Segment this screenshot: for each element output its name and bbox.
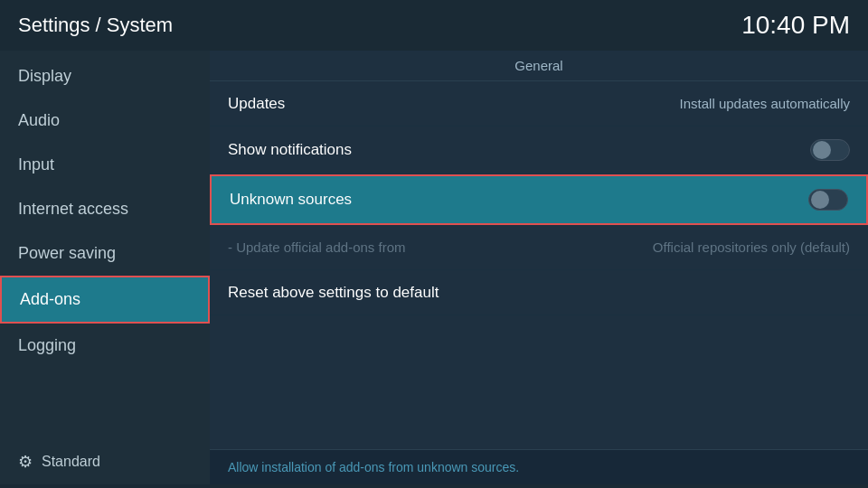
setting-value-update-addons: Official repositories only (default) (653, 239, 850, 255)
sidebar: Display Audio Input Internet access Powe… (0, 51, 210, 484)
setting-value-updates: Install updates automatically (680, 96, 850, 111)
settings-list: Updates Install updates automatically Sh… (210, 81, 868, 449)
setting-row-unknown-sources[interactable]: Unknown sources (210, 174, 868, 225)
clock: 10:40 PM (741, 11, 850, 40)
sidebar-label-internet-access: Internet access (18, 200, 128, 219)
setting-row-updates[interactable]: Updates Install updates automatically (210, 81, 868, 127)
setting-row-update-addons: - Update official add-ons from Official … (210, 225, 868, 270)
sidebar-item-internet-access[interactable]: Internet access (0, 187, 210, 231)
content-area: General Updates Install updates automati… (210, 51, 868, 484)
toggle-show-notifications[interactable] (810, 139, 850, 161)
setting-label-updates: Updates (228, 95, 285, 113)
toggle-knob-show-notifications (813, 141, 831, 159)
sidebar-bottom: ⚙ Standard (0, 439, 210, 484)
sidebar-item-display[interactable]: Display (0, 54, 210, 99)
setting-row-show-notifications[interactable]: Show notifications (210, 127, 868, 174)
section-title: General (514, 58, 562, 73)
header: Settings / System 10:40 PM (0, 0, 868, 51)
main-container: Display Audio Input Internet access Powe… (0, 51, 868, 484)
sidebar-item-power-saving[interactable]: Power saving (0, 231, 210, 276)
sidebar-label-audio: Audio (18, 111, 60, 130)
sidebar-item-add-ons[interactable]: Add-ons (0, 276, 210, 324)
profile-label: Standard (42, 454, 100, 470)
page-title: Settings / System (18, 14, 173, 37)
setting-label-reset: Reset above settings to default (228, 284, 439, 302)
setting-label-show-notifications: Show notifications (228, 141, 352, 159)
sidebar-item-audio[interactable]: Audio (0, 99, 210, 143)
sidebar-item-logging[interactable]: Logging (0, 324, 210, 368)
gear-icon: ⚙ (18, 452, 33, 472)
sidebar-label-logging: Logging (18, 336, 76, 355)
status-bar: Allow installation of add-ons from unkno… (210, 449, 868, 484)
sidebar-label-power-saving: Power saving (18, 244, 116, 263)
sidebar-label-display: Display (18, 67, 71, 86)
status-text: Allow installation of add-ons from unkno… (228, 460, 519, 474)
setting-label-unknown-sources: Unknown sources (230, 191, 352, 209)
setting-label-update-addons: - Update official add-ons from (228, 239, 406, 255)
toggle-knob-unknown-sources (811, 191, 829, 209)
sidebar-item-input[interactable]: Input (0, 143, 210, 187)
toggle-unknown-sources[interactable] (808, 189, 848, 211)
setting-row-reset[interactable]: Reset above settings to default (210, 270, 868, 315)
section-header: General (210, 51, 868, 81)
sidebar-label-add-ons: Add-ons (20, 290, 80, 309)
sidebar-label-input: Input (18, 155, 54, 174)
